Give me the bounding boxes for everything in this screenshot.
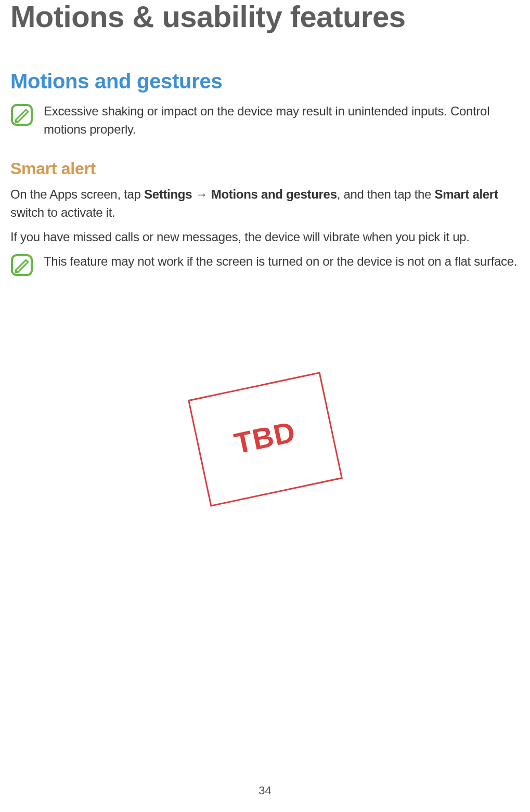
note-text-2: This feature may not work if the screen … [44,253,517,271]
instruction-text: On the Apps screen, tap Settings → Motio… [10,186,520,222]
section-heading: Motions and gestures [10,70,520,93]
note-icon [10,103,33,126]
note-text-1: Excessive shaking or impact on the devic… [44,102,520,139]
instruction-mid: , and then tap the [337,187,435,201]
instruction-suffix: switch to activate it. [10,205,115,219]
instruction-bold-2: Motions and gestures [211,187,337,201]
arrow-icon: → [192,187,211,201]
instruction-prefix: On the Apps screen, tap [10,187,144,201]
subsection-heading: Smart alert [10,159,520,178]
note-block-1: Excessive shaking or impact on the devic… [10,102,520,139]
tbd-box: TBD [188,372,343,506]
page-title: Motions & usability features [10,0,520,33]
tbd-label: TBD [231,414,298,460]
page-number: 34 [0,784,530,797]
tbd-placeholder: TBD [188,372,343,506]
instruction-bold-3: Smart alert [435,187,498,201]
instruction-bold-1: Settings [144,187,192,201]
body-text-2: If you have missed calls or new messages… [10,228,520,246]
note-block-2: This feature may not work if the screen … [10,253,520,277]
page: Motions & usability features Motions and… [0,0,530,812]
note-icon [10,254,33,277]
